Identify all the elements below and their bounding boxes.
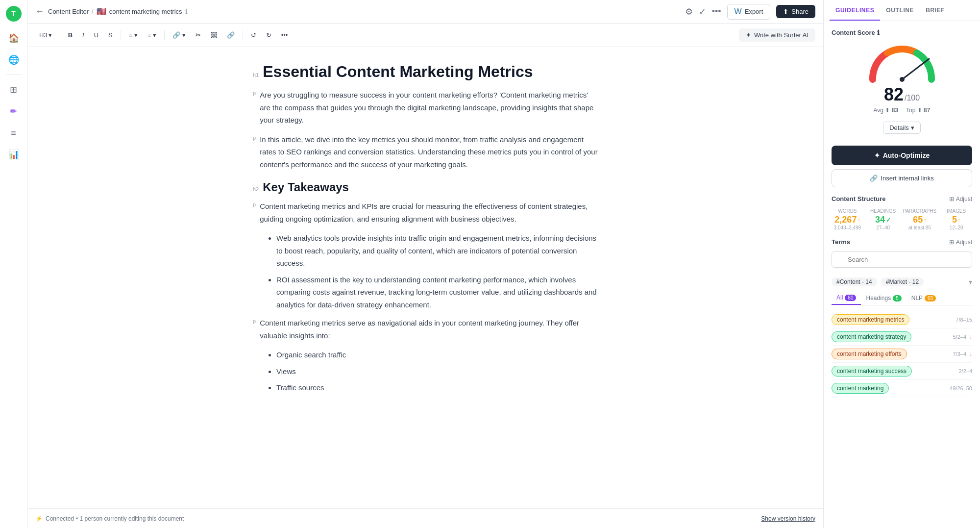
tab-guidelines[interactable]: GUIDELINES: [830, 0, 880, 21]
back-button[interactable]: ←: [35, 6, 44, 17]
struct-images-label: IMAGES: [940, 208, 972, 214]
sidebar-home-icon[interactable]: 🏠: [5, 29, 23, 47]
top-bar: ← Content Editor / 🇺🇸 content marketing …: [27, 0, 823, 24]
term-range-5: 49/26–50: [950, 385, 972, 391]
link-button[interactable]: 🔗 ▾: [169, 29, 190, 41]
svg-line-0: [902, 59, 929, 79]
term-chip-4[interactable]: content marketing success: [832, 366, 912, 377]
term-chip-3[interactable]: content marketing efforts: [832, 349, 907, 359]
score-denom: /100: [905, 94, 920, 102]
url-button[interactable]: 🔗: [223, 29, 239, 41]
avatar[interactable]: T: [6, 6, 22, 22]
breadcrumb: Content Editor / 🇺🇸 content marketing me…: [48, 7, 188, 16]
align-button[interactable]: ≡ ▾: [125, 29, 142, 41]
settings-icon[interactable]: ⚙: [685, 6, 693, 17]
para-marker-4: p: [253, 317, 256, 326]
bullet-item-3: Organic search traffic: [276, 349, 598, 361]
paragraphs-arrow: ↑: [924, 217, 926, 223]
details-button[interactable]: Details ▾: [883, 122, 921, 134]
sidebar-globe-icon[interactable]: 🌐: [5, 51, 23, 69]
term-range-1: 7/8–15: [956, 317, 972, 323]
tags-chevron[interactable]: ▾: [969, 278, 972, 286]
export-button[interactable]: W Export: [727, 4, 771, 20]
heading-h1: h1 Essential Content Marketing Metrics: [253, 63, 598, 81]
para-text-4: Content marketing metrics serve as navig…: [260, 317, 598, 342]
term-row-3: content marketing efforts 7/3–4 ↓: [832, 346, 972, 363]
sidebar-chart-icon[interactable]: 📊: [5, 146, 23, 163]
images-arrow: ↑: [958, 217, 960, 223]
toolbar-sep-4: [243, 30, 243, 40]
tab-brief[interactable]: BRIEF: [920, 0, 951, 21]
struct-headings-range: 27–40: [867, 225, 899, 230]
image-button[interactable]: 🖼: [207, 29, 221, 41]
info-icon[interactable]: ℹ: [185, 8, 188, 15]
filter-tab-all[interactable]: All 80: [832, 291, 861, 305]
score-info-icon[interactable]: ℹ: [877, 29, 880, 36]
auto-optimize-button[interactable]: ✦ Auto-Optimize: [832, 146, 972, 165]
struct-words-label: WORDS: [832, 208, 863, 214]
list-button[interactable]: ≡ ▾: [144, 29, 160, 41]
italic-button[interactable]: I: [78, 29, 88, 41]
tag-market[interactable]: #Market - 12: [881, 277, 924, 286]
score-gauge: 82 /100 Avg ⬆ 83 Top ⬆ 87: [832, 40, 972, 114]
wordpress-icon: W: [735, 7, 742, 16]
term-row-2: content marketing strategy 5/2–4 ↓: [832, 328, 972, 346]
filter-tab-headings[interactable]: Headings 5: [861, 291, 906, 305]
share-button[interactable]: ⬆ Share: [776, 5, 815, 18]
structure-adjust-button[interactable]: ⊞ Adjust: [949, 196, 972, 202]
scissors-button[interactable]: ✂: [192, 29, 205, 41]
more-icon[interactable]: •••: [712, 6, 721, 17]
underline-button[interactable]: U: [90, 29, 102, 41]
redo-button[interactable]: ↻: [262, 29, 275, 41]
term-chip-2[interactable]: content marketing strategy: [832, 331, 911, 342]
para-marker-1: p: [253, 89, 256, 98]
bullet-item-2: ROI assessment is the key to understandi…: [276, 274, 598, 311]
editor-content[interactable]: h1 Essential Content Marketing Metrics p…: [229, 47, 621, 508]
write-with-surfer-button[interactable]: ✦ Write with Surfer AI: [739, 28, 815, 42]
h2-marker: h2: [253, 186, 259, 192]
undo-button[interactable]: ↺: [247, 29, 260, 41]
insert-links-icon: 🔗: [870, 175, 878, 182]
connected-dot: ⚡: [35, 515, 43, 522]
content-score-label: Content Score ℹ: [832, 29, 972, 36]
strikethrough-button[interactable]: S: [104, 29, 117, 41]
content-structure-label: Content Structure ⊞ Adjust: [832, 195, 972, 202]
toolbar-sep-2: [121, 30, 121, 40]
heading-selector[interactable]: H3 ▾: [35, 29, 56, 41]
h1-marker: h1: [253, 72, 259, 78]
gauge-wrapper: [863, 40, 941, 84]
filter-tab-nlp[interactable]: NLP 65: [906, 291, 941, 305]
show-version-button[interactable]: Show version history: [761, 515, 815, 522]
filter-badge-all: 80: [845, 295, 856, 301]
breadcrumb-content-editor[interactable]: Content Editor: [48, 8, 89, 15]
insert-links-button[interactable]: 🔗 Insert internal links: [832, 169, 972, 187]
tab-outline[interactable]: OUTLINE: [880, 0, 920, 21]
term-arrow-3: ↓: [969, 351, 972, 357]
share-icon: ⬆: [783, 8, 788, 15]
sidebar-editor-icon[interactable]: ✏: [5, 102, 23, 120]
breadcrumb-doc-title[interactable]: content marketing metrics: [109, 8, 182, 15]
sidebar-list-icon[interactable]: ≡: [5, 124, 23, 142]
paragraph-1: p Are you struggling to measure success …: [253, 89, 598, 126]
auto-optimize-icon: ✦: [874, 151, 880, 159]
terms-adjust-button[interactable]: ⊞ Adjust: [949, 239, 972, 246]
bullet-item-5: Traffic sources: [276, 381, 598, 394]
term-chip-1[interactable]: content marketing metrics: [832, 314, 909, 325]
filter-tabs: All 80 Headings 5 NLP 65: [832, 291, 972, 305]
more-toolbar-button[interactable]: •••: [277, 29, 292, 41]
tag-row: #Content - 14 #Market - 12 ▾: [832, 277, 972, 286]
terms-adjust-icon: ⊞: [949, 239, 954, 246]
content-structure-section: Content Structure ⊞ Adjust WORDS 2,267 ↑…: [832, 195, 972, 230]
term-chip-5[interactable]: content marketing: [832, 383, 889, 394]
headings-check: ✓: [886, 217, 891, 224]
tag-content[interactable]: #Content - 14: [832, 277, 877, 286]
bold-button[interactable]: B: [64, 29, 76, 41]
terms-search-input[interactable]: [832, 251, 972, 268]
sidebar-apps-icon[interactable]: ⊞: [5, 81, 23, 99]
filter-badge-nlp: 65: [925, 295, 936, 302]
panel-tabs: GUIDELINES OUTLINE BRIEF: [824, 0, 980, 21]
check-icon[interactable]: ✓: [699, 6, 706, 17]
filter-badge-headings: 5: [893, 295, 902, 302]
term-row-4: content marketing success 2/2–4: [832, 363, 972, 380]
editing-label: • 1 person currently editing this docume…: [76, 515, 184, 522]
